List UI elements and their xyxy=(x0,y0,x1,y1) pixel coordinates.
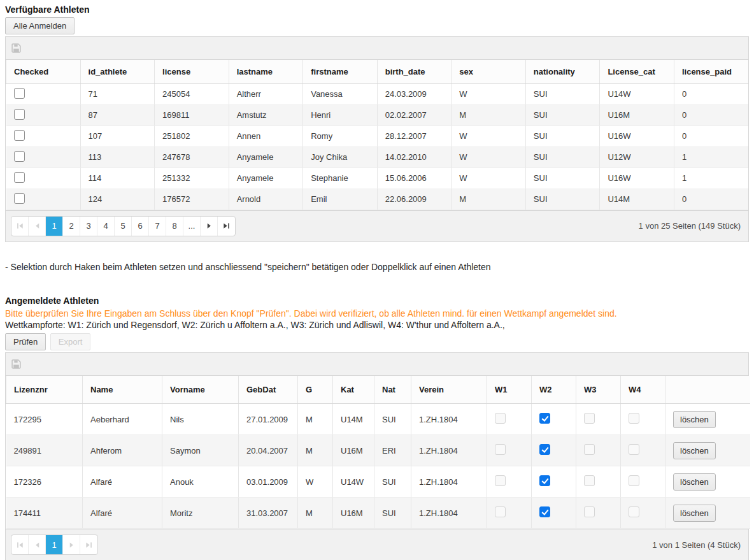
w2-checkbox[interactable] xyxy=(539,444,550,455)
w4-checkbox[interactable] xyxy=(629,444,639,455)
cell-firstname: Henri xyxy=(303,104,378,126)
available-athlete-row[interactable]: 107 251802 Annen Romy 28.12.2007 W SUI U… xyxy=(6,126,749,147)
delete-button[interactable]: löschen xyxy=(673,411,716,428)
registered-grid-toolbar xyxy=(6,353,748,376)
cell-license: 169811 xyxy=(155,104,229,126)
row-checkbox[interactable] xyxy=(14,193,25,204)
registered-athletes-table: LizenznrNameVornameGebDatGKatNatVereinW1… xyxy=(6,376,750,529)
cell-gebdat: 03.01.2009 xyxy=(239,466,298,498)
page-button[interactable]: 4 xyxy=(97,217,115,236)
column-header: Nat xyxy=(374,376,411,404)
cell-firstname: Romy xyxy=(303,126,378,147)
export-button: Export xyxy=(50,333,91,350)
selection-hint: - Selektion durch Haken beim Athleten se… xyxy=(5,262,749,272)
cell-license-paid: 0 xyxy=(674,189,748,210)
w4-checkbox[interactable] xyxy=(629,506,639,517)
row-checkbox[interactable] xyxy=(14,151,25,162)
w2-checkbox[interactable] xyxy=(539,413,550,424)
cell-license-paid: 0 xyxy=(674,104,748,126)
column-header: W4 xyxy=(621,376,665,404)
check-button[interactable]: Prüfen xyxy=(5,333,46,350)
save-icon[interactable] xyxy=(11,359,21,369)
column-header: birth_date xyxy=(377,60,452,83)
available-athlete-row[interactable]: 113 247678 Anyamele Joy Chika 14.02.2010… xyxy=(6,147,749,168)
page-button[interactable]: 2 xyxy=(63,217,80,236)
next-page-button[interactable] xyxy=(201,217,218,236)
registered-header-row: LizenznrNameVornameGebDatGKatNatVereinW1… xyxy=(6,376,750,404)
available-athlete-row[interactable]: 124 176572 Arnold Emil 22.06.2009 M SUI … xyxy=(6,189,749,210)
page-button[interactable]: ... xyxy=(183,217,201,236)
enroll-all-button[interactable]: Alle Anmelden xyxy=(5,17,75,34)
cell-vorname: Saymon xyxy=(162,435,239,466)
page-button[interactable]: 7 xyxy=(149,217,166,236)
page-button[interactable]: 3 xyxy=(80,217,97,236)
w1-cell xyxy=(487,404,532,435)
row-checkbox[interactable] xyxy=(14,109,25,120)
w3-checkbox[interactable] xyxy=(584,413,595,424)
row-checkbox[interactable] xyxy=(14,172,25,183)
page-button[interactable]: 6 xyxy=(132,217,149,236)
cell-kat: U14W xyxy=(333,466,374,498)
delete-button[interactable]: löschen xyxy=(673,442,716,459)
checked-cell xyxy=(6,147,81,168)
last-page-button[interactable] xyxy=(218,217,235,236)
column-header: License_cat xyxy=(600,60,674,83)
w4-checkbox[interactable] xyxy=(629,475,639,486)
page-button[interactable]: 1 xyxy=(46,217,63,236)
cell-nationality: SUI xyxy=(525,104,600,126)
w1-checkbox[interactable] xyxy=(495,506,506,517)
cell-license: 245054 xyxy=(155,83,229,104)
w1-checkbox[interactable] xyxy=(495,413,506,424)
cell-birth-date: 02.02.2007 xyxy=(377,104,452,126)
available-athletes-grid: Checkedid_athletelicenselastnamefirstnam… xyxy=(5,36,749,242)
page-button[interactable]: 8 xyxy=(166,217,183,236)
action-cell: löschen xyxy=(665,435,750,466)
available-athlete-row[interactable]: 87 169811 Amstutz Henri 02.02.2007 M SUI… xyxy=(6,104,749,126)
w4-cell xyxy=(621,404,665,435)
cell-lizenznr: 172326 xyxy=(6,466,83,498)
cell-license-cat: U12W xyxy=(600,147,674,168)
cell-id-athlete: 113 xyxy=(80,147,155,168)
w3-checkbox[interactable] xyxy=(584,444,595,455)
page-button[interactable]: 1 xyxy=(46,535,63,554)
available-pager-bar: 12345678... 1 von 25 Seiten (149 Stück) xyxy=(6,210,748,241)
available-athlete-row[interactable]: 71 245054 Altherr Vanessa 24.03.2009 W S… xyxy=(6,83,749,104)
registered-athletes-section: Angemeldete Athleten Bitte überprüfen Si… xyxy=(5,296,749,560)
w3-checkbox[interactable] xyxy=(584,475,595,486)
cell-birth-date: 22.06.2009 xyxy=(377,189,452,210)
cell-license-paid: 0 xyxy=(674,126,748,147)
cell-gebdat: 31.03.2007 xyxy=(239,498,298,529)
delete-button[interactable]: löschen xyxy=(673,505,716,522)
action-cell: löschen xyxy=(665,498,750,529)
w3-checkbox[interactable] xyxy=(584,506,595,517)
row-checkbox[interactable] xyxy=(14,88,25,99)
w4-checkbox[interactable] xyxy=(629,413,639,424)
cell-nat: SUI xyxy=(374,498,411,529)
verify-warning-text: Bitte überprüfen Sie Ihre Eingaben am Sc… xyxy=(5,308,749,319)
page-button[interactable]: 5 xyxy=(115,217,132,236)
cell-sex: M xyxy=(452,189,526,210)
cell-lastname: Altherr xyxy=(229,83,303,104)
available-pager: 12345678... xyxy=(11,216,236,236)
save-icon[interactable] xyxy=(11,43,21,53)
available-athlete-row[interactable]: 114 251332 Anyamele Stephanie 15.06.2006… xyxy=(6,168,749,189)
cell-nationality: SUI xyxy=(525,147,600,168)
cell-license-paid: 1 xyxy=(674,168,748,189)
w2-checkbox[interactable] xyxy=(539,475,550,486)
column-header: W2 xyxy=(532,376,576,404)
cell-firstname: Emil xyxy=(303,189,378,210)
checked-cell xyxy=(6,168,81,189)
w1-checkbox[interactable] xyxy=(495,475,506,486)
available-header-row: Checkedid_athletelicenselastnamefirstnam… xyxy=(6,60,749,83)
action-cell: löschen xyxy=(665,404,750,435)
cell-name: Aeberhard xyxy=(83,404,162,435)
column-header: G xyxy=(298,376,333,404)
cell-sex: W xyxy=(452,168,526,189)
column-header: license xyxy=(155,60,229,83)
cell-g: M xyxy=(298,435,333,466)
delete-button[interactable]: löschen xyxy=(673,473,716,491)
row-checkbox[interactable] xyxy=(14,130,25,141)
w2-checkbox[interactable] xyxy=(539,506,550,517)
w1-checkbox[interactable] xyxy=(495,444,506,455)
cell-license: 251332 xyxy=(155,168,229,189)
